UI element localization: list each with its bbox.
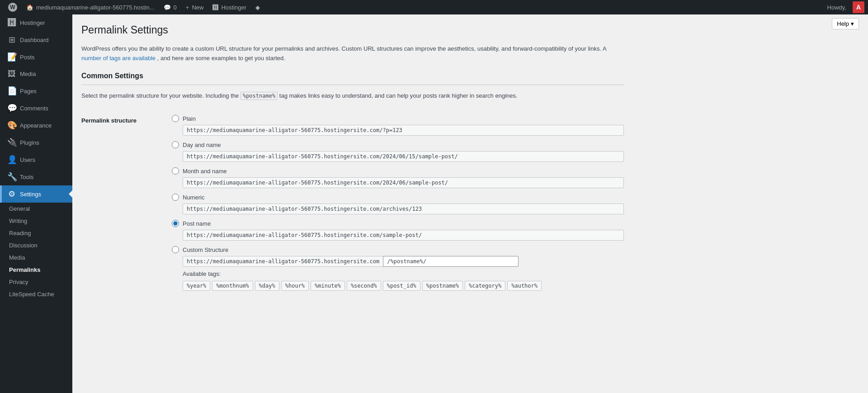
available-tag-button[interactable]: %second%	[347, 281, 381, 291]
sidebar-item-plugins[interactable]: 🔌 Plugins	[0, 134, 72, 151]
sidebar-comments-label: Comments	[20, 105, 48, 112]
day-and-name-example: https://mediumaquamarine-alligator-56077…	[183, 151, 624, 162]
submenu-writing[interactable]: Writing	[0, 215, 72, 227]
site-url-text: mediumaquamarine-alligator-560775.hostin…	[36, 4, 155, 11]
description-part2: , and here are some examples to get you …	[157, 55, 285, 62]
user-avatar[interactable]: A	[853, 1, 864, 13]
submenu-permalinks[interactable]: Permalinks	[0, 264, 72, 276]
custom-structure-option: Custom Structure	[172, 246, 624, 253]
sidebar-settings-label: Settings	[20, 191, 41, 198]
post-name-example: https://mediumaquamarine-alligator-56077…	[183, 230, 624, 241]
comment-icon: 💬	[164, 4, 171, 11]
custom-radio[interactable]	[172, 246, 179, 253]
sidebar-item-media[interactable]: 🖼 Media	[0, 66, 72, 82]
custom-structure-base: https://mediumaquamarine-alligator-56077…	[183, 256, 383, 267]
wp-logo-icon: W	[8, 3, 17, 12]
permalink-structure-row: Permalink structure Plain https://medium…	[81, 108, 624, 298]
numeric-radio[interactable]	[172, 194, 179, 201]
description-part1: WordPress offers you the ability to crea…	[81, 45, 606, 52]
permalink-form-table: Permalink structure Plain https://medium…	[81, 108, 624, 298]
settings-icon: ⚙	[7, 189, 16, 199]
sidebar-item-dashboard[interactable]: ⊞ Dashboard	[0, 31, 72, 48]
howdy-text: Howdy,	[823, 4, 851, 11]
plain-option: Plain	[172, 115, 624, 122]
sidebar-item-pages[interactable]: 📄 Pages	[0, 82, 72, 99]
help-arrow-icon: ▾	[851, 20, 854, 27]
custom-structure-field[interactable]	[383, 256, 519, 267]
month-and-name-radio[interactable]	[172, 167, 179, 175]
page-description: WordPress offers you the ability to crea…	[81, 44, 624, 63]
post-name-radio[interactable]	[172, 220, 179, 227]
day-and-name-option: Day and name	[172, 141, 624, 148]
submenu-reading[interactable]: Reading	[0, 227, 72, 239]
sidebar-item-tools[interactable]: 🔧 Tools	[0, 168, 72, 185]
hostinger-menu-icon: 🅷	[7, 18, 16, 28]
available-tag-button[interactable]: %postname%	[422, 281, 463, 291]
available-tag-button[interactable]: %category%	[465, 281, 505, 291]
comments-menu-icon: 💬	[7, 103, 16, 113]
available-tag-button[interactable]: %post_id%	[383, 281, 420, 291]
available-tags-label: Available tags:	[183, 270, 624, 277]
available-tag-button[interactable]: %monthnum%	[212, 281, 253, 291]
custom-label[interactable]: Custom Structure	[183, 246, 228, 253]
submenu-privacy[interactable]: Privacy	[0, 276, 72, 288]
day-and-name-radio[interactable]	[172, 141, 179, 148]
hostinger-icon: 🅷	[212, 4, 218, 11]
available-tag-button[interactable]: %day%	[255, 281, 279, 291]
sidebar-item-comments[interactable]: 💬 Comments	[0, 99, 72, 117]
day-and-name-label[interactable]: Day and name	[183, 142, 221, 148]
submenu-discussion[interactable]: Discussion	[0, 239, 72, 251]
submenu-media[interactable]: Media	[0, 251, 72, 264]
home-icon: 🏠	[26, 4, 33, 11]
available-tag-button[interactable]: %author%	[507, 281, 542, 291]
plain-radio[interactable]	[172, 115, 179, 122]
pages-icon: 📄	[7, 86, 16, 96]
main-wrapper: 🅷 Hostinger ⊞ Dashboard 📝 Posts 🖼 Media …	[0, 14, 868, 393]
adminbar-right: Howdy, A	[823, 1, 864, 13]
sidebar-pages-label: Pages	[20, 88, 37, 95]
tags-link[interactable]: number of tags are available	[81, 55, 156, 62]
plus-icon: +	[186, 4, 189, 11]
month-and-name-option: Month and name	[172, 167, 624, 175]
help-label: Help	[837, 20, 849, 27]
post-name-label[interactable]: Post name	[183, 220, 211, 227]
site-name-item[interactable]: 🏠 mediumaquamarine-alligator-560775.host…	[22, 0, 159, 14]
wp-logo-item[interactable]: W	[4, 0, 22, 14]
settings-submenu: General Writing Reading Discussion Media…	[0, 203, 72, 300]
hostinger-label: Hostinger	[221, 4, 246, 11]
permalink-structure-options: Plain https://mediumaquamarine-alligator…	[172, 108, 624, 298]
common-settings-description: Select the permalink structure for your …	[81, 92, 624, 99]
available-tag-button[interactable]: %hour%	[281, 281, 309, 291]
postname-tag: %postname%	[241, 92, 278, 100]
sidebar-item-users[interactable]: 👤 Users	[0, 151, 72, 168]
month-and-name-label[interactable]: Month and name	[183, 168, 227, 175]
submenu-litespeed[interactable]: LiteSpeed Cache	[0, 288, 72, 300]
sidebar-item-appearance[interactable]: 🎨 Appearance	[0, 117, 72, 134]
available-tag-button[interactable]: %year%	[183, 281, 210, 291]
dashboard-icon: ⊞	[7, 35, 16, 45]
comments-count: 0	[174, 4, 177, 11]
desc-part2: tag makes links easy to understand, and …	[279, 92, 518, 99]
sidebar-item-settings[interactable]: ⚙ Settings	[0, 185, 72, 203]
new-content-item[interactable]: + New	[181, 0, 208, 14]
appearance-icon: 🎨	[7, 120, 16, 130]
sidebar-item-hostinger[interactable]: 🅷 Hostinger	[0, 14, 72, 31]
plain-label[interactable]: Plain	[183, 115, 196, 122]
hostinger-item[interactable]: 🅷 Hostinger	[208, 0, 251, 14]
submenu-general[interactable]: General	[0, 203, 72, 215]
tools-icon: 🔧	[7, 172, 16, 182]
help-button[interactable]: Help ▾	[832, 18, 859, 29]
available-tags-list: %year%%monthnum%%day%%hour%%minute%%seco…	[183, 281, 624, 291]
admin-bar: W 🏠 mediumaquamarine-alligator-560775.ho…	[0, 0, 868, 14]
numeric-option: Numeric	[172, 194, 624, 201]
sidebar-tools-label: Tools	[20, 174, 33, 180]
available-tag-button[interactable]: %minute%	[311, 281, 345, 291]
sidebar-item-posts[interactable]: 📝 Posts	[0, 48, 72, 66]
diamond-item[interactable]: ◆	[251, 0, 264, 14]
plain-example: https://mediumaquamarine-alligator-56077…	[183, 125, 624, 136]
new-label: New	[192, 4, 203, 11]
sidebar-posts-label: Posts	[20, 54, 35, 61]
comments-item[interactable]: 💬 0	[159, 0, 181, 14]
numeric-label[interactable]: Numeric	[183, 194, 204, 201]
sidebar-appearance-label: Appearance	[20, 122, 52, 129]
